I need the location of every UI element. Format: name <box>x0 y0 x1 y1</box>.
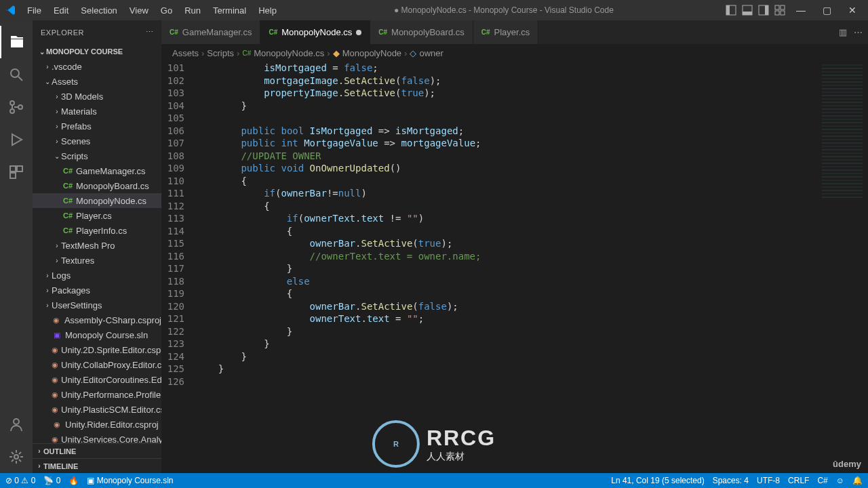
file-playerinfo[interactable]: C#PlayerInfo.cs <box>33 223 161 238</box>
explorer-icon[interactable] <box>0 26 33 58</box>
folder-scripts[interactable]: ⌄Scripts <box>33 148 161 163</box>
folder-logs[interactable]: ›Logs <box>33 268 161 283</box>
tab-monopolyboard[interactable]: C#MonopolyBoard.cs <box>370 20 473 44</box>
svg-rect-5 <box>765 5 768 15</box>
menu-help[interactable]: Help <box>253 3 282 18</box>
activity-bar <box>0 20 33 473</box>
menu-run[interactable]: Run <box>179 3 206 18</box>
svg-rect-8 <box>775 11 779 15</box>
file-sln[interactable]: ▣Monopoly Course.sln <box>33 327 161 342</box>
sidebar-header: EXPLORER⋯ <box>33 20 161 44</box>
status-flame-icon[interactable]: 🔥 <box>68 476 79 485</box>
status-encoding[interactable]: UTF-8 <box>757 476 780 485</box>
folder-textmeshpro[interactable]: ›TextMesh Pro <box>33 238 161 253</box>
account-icon[interactable] <box>0 408 33 441</box>
status-eol[interactable]: CRLF <box>788 476 809 485</box>
file-u2[interactable]: ◉Unity.CollabProxy.Editor.c… <box>33 357 161 372</box>
window-title: ● MonopolyNode.cs - Monopoly Course - Vi… <box>282 5 726 15</box>
status-spaces[interactable]: Spaces: 4 <box>713 476 749 485</box>
minimize-button[interactable]: — <box>791 5 811 16</box>
tab-monopolynode[interactable]: C#MonopolyNode.cs <box>260 20 370 44</box>
file-tree: ›.vscode ⌄Assets ›3D Models ›Materials ›… <box>33 59 161 443</box>
status-feedback-icon[interactable]: ☺ <box>836 476 844 485</box>
settings-icon[interactable] <box>0 441 33 473</box>
title-bar: File Edit Selection View Go Run Terminal… <box>0 0 868 20</box>
line-numbers: 1011021031041051061071081091101111121131… <box>161 62 195 473</box>
tab-player[interactable]: C#Player.cs <box>473 20 539 44</box>
status-sln[interactable]: ▣ Monopoly Course.sln <box>87 476 173 485</box>
file-u1[interactable]: ◉Unity.2D.Sprite.Editor.cspr… <box>33 342 161 357</box>
folder-prefabs[interactable]: ›Prefabs <box>33 119 161 134</box>
svg-line-11 <box>18 77 22 81</box>
file-u5[interactable]: ◉Unity.PlasticSCM.Editor.cs… <box>33 402 161 417</box>
svg-point-14 <box>18 105 22 109</box>
folder-vscode[interactable]: ›.vscode <box>33 59 161 74</box>
sidebar: EXPLORER⋯ ⌄MONOPOLY COURSE ›.vscode ⌄Ass… <box>33 20 161 473</box>
svg-point-10 <box>11 69 19 77</box>
file-gamemanager[interactable]: C#GameManager.cs <box>33 163 161 178</box>
vscode-logo <box>5 5 16 16</box>
menu-edit[interactable]: Edit <box>48 3 74 18</box>
menu-terminal[interactable]: Terminal <box>208 3 252 18</box>
tab-gamemanager[interactable]: C#GameManager.cs <box>161 20 260 44</box>
layout-icon-4[interactable] <box>774 5 785 16</box>
code-content[interactable]: isMortgaged = false; mortgageImage.SetAc… <box>195 62 814 473</box>
modified-dot-icon <box>356 30 361 35</box>
layout-icon-1[interactable] <box>726 5 736 16</box>
svg-rect-16 <box>17 166 22 171</box>
udemy-watermark: ûdemy <box>833 459 861 469</box>
folder-usersettings[interactable]: ›UserSettings <box>33 298 161 312</box>
folder-3dmodels[interactable]: ›3D Models <box>33 89 161 104</box>
file-u3[interactable]: ◉Unity.EditorCoroutines.Edi… <box>33 372 161 387</box>
more-icon[interactable]: ⋯ <box>854 27 863 37</box>
svg-rect-15 <box>10 166 16 171</box>
split-editor-icon[interactable]: ▥ <box>839 27 847 37</box>
svg-rect-3 <box>743 12 752 15</box>
svg-point-19 <box>14 455 18 459</box>
file-monopolyboard[interactable]: C#MonopolyBoard.cs <box>33 178 161 193</box>
svg-rect-17 <box>10 173 16 178</box>
extensions-icon[interactable] <box>0 156 33 188</box>
breadcrumb[interactable]: Assets› Scripts› C#MonopolyNode.cs› ◆Mon… <box>161 44 868 62</box>
file-u7[interactable]: ◉Unity.Services.Core.Analyt… <box>33 432 161 443</box>
status-bell-icon[interactable]: 🔔 <box>852 476 863 485</box>
editor-area: C#GameManager.cs C#MonopolyNode.cs C#Mon… <box>161 20 868 473</box>
layout-icon-3[interactable] <box>758 5 769 16</box>
folder-materials[interactable]: ›Materials <box>33 104 161 119</box>
more-icon[interactable]: ⋯ <box>146 28 154 37</box>
menu-file[interactable]: File <box>22 3 47 18</box>
file-assembly[interactable]: ◉Assembly-CSharp.csproj <box>33 312 161 327</box>
svg-rect-9 <box>781 11 785 15</box>
folder-scenes[interactable]: ›Scenes <box>33 134 161 148</box>
close-button[interactable]: ✕ <box>842 5 863 16</box>
layout-icon-2[interactable] <box>742 5 753 16</box>
menu-selection[interactable]: Selection <box>75 3 122 18</box>
folder-textures[interactable]: ›Textures <box>33 253 161 268</box>
main-menu: File Edit Selection View Go Run Terminal… <box>22 3 282 18</box>
source-control-icon[interactable] <box>0 91 33 123</box>
workspace-title[interactable]: ⌄MONOPOLY COURSE <box>33 44 161 59</box>
maximize-button[interactable]: ▢ <box>816 5 837 16</box>
status-position[interactable]: Ln 41, Col 19 (5 selected) <box>611 476 704 485</box>
file-player[interactable]: C#Player.cs <box>33 208 161 223</box>
status-errors[interactable]: ⊘ 0 ⚠ 0 <box>5 476 35 485</box>
svg-rect-7 <box>781 5 785 9</box>
minimap[interactable] <box>814 62 868 473</box>
svg-rect-1 <box>726 5 730 15</box>
status-lang[interactable]: C# <box>817 476 827 485</box>
file-monopolynode[interactable]: C#MonopolyNode.cs <box>33 193 161 208</box>
outline-section[interactable]: ›OUTLINE <box>33 443 161 458</box>
timeline-section[interactable]: ›TIMELINE <box>33 458 161 473</box>
file-u4[interactable]: ◉Unity.Performance.Profile… <box>33 387 161 402</box>
folder-assets[interactable]: ⌄Assets <box>33 74 161 89</box>
svg-rect-6 <box>775 5 779 9</box>
run-debug-icon[interactable] <box>0 123 33 156</box>
menu-go[interactable]: Go <box>155 3 178 18</box>
svg-point-18 <box>14 419 19 424</box>
file-u6[interactable]: ◉Unity.Rider.Editor.csproj <box>33 417 161 432</box>
editor-tabs: C#GameManager.cs C#MonopolyNode.cs C#Mon… <box>161 20 868 44</box>
status-port[interactable]: 📡 0 <box>43 476 60 485</box>
menu-view[interactable]: View <box>124 3 154 18</box>
search-icon[interactable] <box>0 58 33 91</box>
folder-packages[interactable]: ›Packages <box>33 283 161 298</box>
